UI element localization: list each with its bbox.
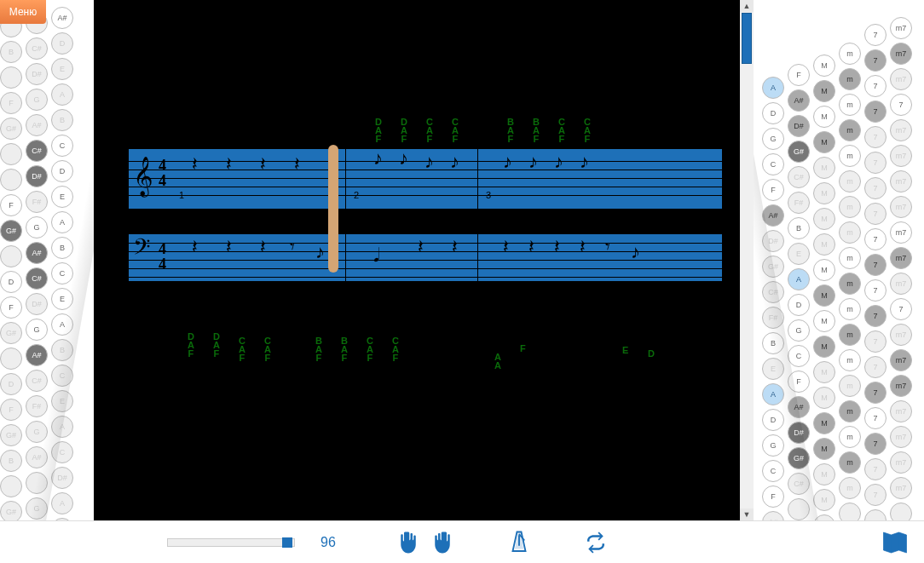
right-chord-button[interactable]: m: [839, 298, 861, 320]
left-note-button[interactable]: A#: [26, 242, 48, 264]
right-chord-button[interactable]: 7: [864, 49, 886, 72]
right-chord-button[interactable]: m: [839, 375, 861, 397]
right-chord-button[interactable]: m: [839, 247, 861, 269]
left-note-button[interactable]: [0, 169, 22, 191]
loop-icon[interactable]: [583, 527, 609, 558]
left-note-button[interactable]: B: [51, 109, 73, 131]
right-chord-button[interactable]: C#: [788, 166, 810, 188]
right-chord-button[interactable]: 7: [890, 298, 912, 320]
right-chord-button[interactable]: 7: [864, 203, 886, 225]
right-chord-button[interactable]: 7: [864, 228, 886, 250]
right-chord-button[interactable]: 7: [864, 433, 886, 455]
right-chord-button[interactable]: m7: [890, 68, 912, 90]
right-chord-button[interactable]: 7: [864, 382, 886, 404]
right-chord-button[interactable]: m7: [890, 477, 912, 499]
left-note-button[interactable]: A#: [51, 7, 73, 29]
right-chord-button[interactable]: F#: [788, 192, 810, 214]
right-chord-button[interactable]: m: [839, 426, 861, 448]
right-chord-button[interactable]: M: [813, 387, 835, 409]
scroll-thumb[interactable]: [742, 13, 752, 64]
right-chord-button[interactable]: m: [839, 170, 861, 192]
right-chord-button[interactable]: D: [762, 409, 784, 431]
right-chord-button[interactable]: 7: [864, 279, 886, 302]
right-chord-button[interactable]: M: [813, 412, 835, 434]
left-note-button[interactable]: A: [51, 492, 73, 514]
left-note-button[interactable]: B: [0, 41, 22, 63]
right-chord-button[interactable]: m: [839, 94, 861, 116]
left-note-button[interactable]: [0, 475, 22, 497]
right-chord-button[interactable]: m7: [890, 196, 912, 218]
right-chord-button[interactable]: G: [762, 434, 784, 457]
right-chord-button[interactable]: m: [839, 324, 861, 346]
right-chord-button[interactable]: m7: [890, 221, 912, 244]
right-chord-button[interactable]: 7: [864, 24, 886, 46]
right-chord-button[interactable]: G: [788, 319, 810, 342]
right-chord-button[interactable]: m7: [890, 247, 912, 269]
right-chord-button[interactable]: A: [788, 268, 810, 290]
right-chord-button[interactable]: m: [839, 43, 861, 65]
left-note-button[interactable]: [0, 143, 22, 165]
scroll-up[interactable]: ▲: [740, 0, 754, 12]
map-icon[interactable]: [880, 527, 910, 558]
right-chord-button[interactable]: G: [762, 128, 784, 150]
right-chord-button[interactable]: M: [813, 361, 835, 383]
left-note-button[interactable]: A#: [26, 344, 48, 366]
right-chord-button[interactable]: M: [813, 208, 835, 230]
right-chord-button[interactable]: D#: [788, 115, 810, 137]
right-hand-icon[interactable]: [430, 527, 455, 558]
left-note-button[interactable]: A#: [26, 114, 48, 136]
right-chord-button[interactable]: M: [813, 157, 835, 179]
right-chord-button[interactable]: M: [813, 259, 835, 281]
playhead[interactable]: [328, 145, 338, 273]
tempo-slider-thumb[interactable]: [282, 537, 292, 548]
right-chord-button[interactable]: 7: [864, 330, 886, 353]
right-chord-button[interactable]: M: [813, 284, 835, 307]
tempo-slider[interactable]: [167, 538, 295, 547]
right-chord-button[interactable]: G#: [788, 141, 810, 163]
left-note-button[interactable]: G: [26, 89, 48, 111]
right-chord-button[interactable]: 7: [864, 458, 886, 480]
right-chord-button[interactable]: 7: [864, 407, 886, 429]
right-chord-button[interactable]: M: [813, 80, 835, 102]
right-chord-button[interactable]: m: [839, 119, 861, 141]
right-chord-button[interactable]: m7: [890, 324, 912, 346]
left-note-button[interactable]: C#: [26, 370, 48, 392]
right-chord-button[interactable]: D: [762, 102, 784, 124]
right-chord-button[interactable]: M: [813, 131, 835, 153]
left-note-button[interactable]: G: [26, 319, 48, 341]
left-note-button[interactable]: D: [0, 373, 22, 395]
left-note-button[interactable]: F: [0, 92, 22, 114]
right-chord-button[interactable]: m: [839, 400, 861, 422]
right-chord-button[interactable]: m: [839, 221, 861, 244]
right-chord-button[interactable]: m: [839, 196, 861, 218]
left-note-button[interactable]: D: [0, 271, 22, 293]
right-chord-button[interactable]: m7: [890, 170, 912, 192]
left-note-button[interactable]: G: [26, 216, 48, 238]
right-chord-button[interactable]: m: [839, 145, 861, 167]
left-note-button[interactable]: D#: [26, 293, 48, 315]
right-chord-button[interactable]: 7: [864, 101, 886, 123]
right-chord-button[interactable]: m7: [890, 451, 912, 474]
left-note-button[interactable]: G#: [0, 424, 22, 446]
left-note-button[interactable]: C#: [26, 37, 48, 60]
left-note-button[interactable]: F: [0, 194, 22, 216]
right-chord-button[interactable]: m: [839, 273, 861, 295]
right-chord-button[interactable]: M: [813, 463, 835, 485]
right-chord-button[interactable]: 7: [864, 254, 886, 276]
left-note-button[interactable]: B: [0, 450, 22, 472]
left-note-button[interactable]: C: [51, 135, 73, 157]
right-chord-button[interactable]: M: [813, 489, 835, 511]
right-chord-button[interactable]: m7: [890, 17, 912, 39]
left-note-button[interactable]: F#: [26, 395, 48, 417]
right-chord-button[interactable]: M: [813, 336, 835, 358]
left-note-button[interactable]: D: [51, 32, 73, 55]
left-note-button[interactable]: A: [51, 211, 73, 233]
right-chord-button[interactable]: m: [839, 68, 861, 90]
right-chord-button[interactable]: m7: [890, 43, 912, 65]
left-note-button[interactable]: E: [51, 186, 73, 208]
right-chord-button[interactable]: 7: [864, 356, 886, 378]
menu-button[interactable]: Меню: [0, 0, 46, 24]
left-note-button[interactable]: F: [0, 296, 22, 319]
right-chord-button[interactable]: A: [762, 77, 784, 99]
left-note-button[interactable]: G#: [0, 322, 22, 344]
